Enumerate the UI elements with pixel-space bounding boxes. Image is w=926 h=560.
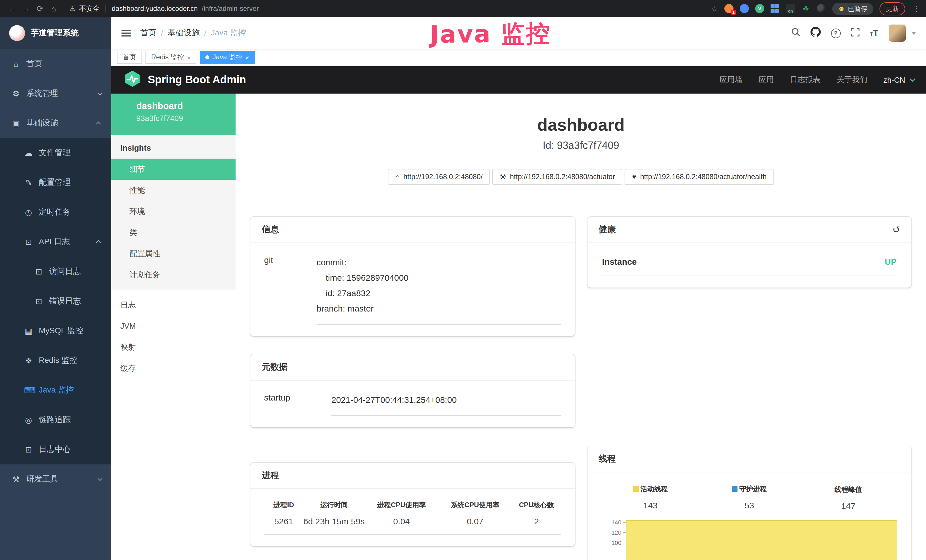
- help-icon[interactable]: ?: [831, 28, 840, 38]
- on-badge: on: [788, 9, 793, 13]
- paused-chip[interactable]: ☻已暂停: [832, 3, 873, 15]
- info-row-label: git: [264, 254, 316, 325]
- app-logo[interactable]: 芋道管理系统: [0, 17, 111, 49]
- actuator-url-button[interactable]: ⚒ http://192.168.0.2:48080/actuator: [492, 169, 622, 185]
- redis-icon: ❖: [24, 356, 33, 365]
- sidebar-item-config[interactable]: ✎ 配置管理: [0, 168, 111, 197]
- sba-item-classes[interactable]: 类: [111, 222, 236, 243]
- tab-home[interactable]: 首页: [117, 51, 142, 64]
- font-size-icon[interactable]: TT: [870, 28, 878, 38]
- tab-java-monitor[interactable]: Java 监控 ×: [200, 51, 255, 64]
- tab-redis-monitor[interactable]: Redis 监控 ×: [145, 51, 197, 64]
- back-icon[interactable]: ←: [6, 4, 20, 13]
- sidebar-item-dev-tools[interactable]: ⚒ 研发工具: [0, 465, 111, 494]
- doc-icon: ⊡: [34, 297, 43, 306]
- sba-nav-wallboard[interactable]: 应用墙: [719, 75, 742, 85]
- sba-item-jvm[interactable]: JVM: [111, 316, 236, 337]
- health-url-button[interactable]: ♥ http://192.168.0.2:48080/actuator/heal…: [625, 169, 774, 185]
- sidebar-item-error-log[interactable]: ⊡ 错误日志: [0, 286, 111, 316]
- sidebar-item-infra[interactable]: ▣ 基础设施: [0, 108, 111, 138]
- update-button[interactable]: 更新: [879, 2, 905, 15]
- fullscreen-icon[interactable]: [851, 28, 859, 38]
- sba-language-select[interactable]: zh-CN: [883, 76, 914, 84]
- extension-icon-3[interactable]: V: [755, 4, 764, 13]
- extension-icon-7[interactable]: [817, 4, 826, 13]
- history-icon[interactable]: ↺: [892, 224, 900, 235]
- sba-instance-name: dashboard: [136, 101, 236, 111]
- process-table: 进程ID 5261 运行时间 6d 23h 15m 59s 进程CPU使用率 0…: [264, 500, 561, 534]
- user-avatar[interactable]: [889, 24, 906, 42]
- sba-nav-journal[interactable]: 日志报表: [790, 75, 820, 85]
- app-title: 芋道管理系统: [31, 28, 79, 38]
- extension-icon-4[interactable]: [770, 4, 780, 13]
- paused-label: 已暂停: [848, 4, 867, 13]
- sidebar-item-label: API 日志: [39, 237, 70, 247]
- extension-badge: 1: [731, 10, 736, 15]
- sidebar-item-label: 错误日志: [49, 296, 81, 306]
- legend-daemon-threads: 守护进程 53: [700, 484, 799, 511]
- extension-icon-5[interactable]: on: [786, 4, 795, 13]
- sidebar-item-mysql[interactable]: ▦ MySQL 监控: [0, 316, 111, 346]
- close-icon[interactable]: ×: [245, 54, 249, 61]
- sidebar-item-system[interactable]: ⚙ 系统管理: [0, 79, 111, 108]
- breadcrumb-home[interactable]: 首页: [140, 28, 156, 38]
- sidebar-item-log-center[interactable]: ⊡ 日志中心: [0, 435, 111, 465]
- java-monitor-icon: ⌨: [24, 386, 33, 395]
- sidebar-item-access-log[interactable]: ⊡ 访问日志: [0, 257, 111, 286]
- sba-nav-applications[interactable]: 应用: [758, 75, 774, 85]
- sba-item-details[interactable]: 细节: [111, 159, 236, 180]
- metadata-card-title: 元数据: [262, 362, 287, 372]
- sba-language-label: zh-CN: [883, 76, 905, 84]
- forward-icon[interactable]: →: [20, 4, 33, 13]
- sba-sidebar: dashboard 93a3fc7f7409 Insights 细节 性能 环境…: [111, 94, 236, 560]
- legend-peak-threads: 线程峰值 147: [799, 484, 898, 511]
- trace-icon: ◎: [24, 415, 33, 424]
- sidebar-item-jobs[interactable]: ◷ 定时任务: [0, 197, 111, 227]
- chevron-down-icon[interactable]: [911, 32, 916, 35]
- sba-item-performance[interactable]: 性能: [111, 180, 236, 201]
- home-icon[interactable]: ⌂: [47, 4, 61, 13]
- security-label: 不安全: [79, 4, 100, 14]
- hamburger-icon[interactable]: [121, 30, 131, 36]
- info-card: 信息 git commit: time: 1596289704000 id: 2…: [250, 217, 575, 336]
- address-bar[interactable]: ⚠ 不安全 dashboard.yudao.iocoder.cn/infra/a…: [70, 4, 259, 14]
- sba-item-logs[interactable]: 日志: [111, 294, 236, 316]
- sidebar-item-label: 研发工具: [26, 474, 58, 484]
- extension-icon-1[interactable]: 1: [724, 4, 734, 13]
- sba-item-config-props[interactable]: 配置属性: [111, 243, 236, 264]
- process-col-system-cpu: 系统CPU使用率 0.07: [438, 500, 512, 526]
- sidebar-item-label: 文件管理: [39, 148, 71, 158]
- sba-instance-header[interactable]: dashboard 93a3fc7f7409: [111, 94, 236, 135]
- sidebar-item-tracing[interactable]: ◎ 链路追踪: [0, 405, 111, 435]
- sidebar-item-files[interactable]: ☁ 文件管理: [0, 138, 111, 168]
- reload-icon[interactable]: ⟳: [33, 4, 47, 13]
- bookmark-star-icon[interactable]: ☆: [711, 4, 718, 13]
- health-url-label: http://192.168.0.2:48080/actuator/health: [640, 173, 767, 181]
- wrench-icon: ⚒: [500, 173, 506, 181]
- app-logo-avatar: [9, 25, 25, 41]
- breadcrumb-infra[interactable]: 基础设施: [168, 28, 200, 38]
- search-icon[interactable]: [791, 27, 800, 39]
- sba-item-environment[interactable]: 环境: [111, 201, 236, 222]
- extension-icon-2[interactable]: [740, 4, 749, 13]
- browser-menu-icon[interactable]: ⋮: [912, 4, 921, 13]
- sidebar-item-java-monitor[interactable]: ⌨ Java 监控: [0, 375, 111, 405]
- github-icon[interactable]: [810, 27, 820, 39]
- sba-item-mappings[interactable]: 映射: [111, 337, 236, 358]
- process-card: 进程 进程ID 5261 运行时间 6d 23h 15m 59s: [250, 463, 575, 546]
- base-url-button[interactable]: ⌂ http://192.168.0.2:48080/: [388, 169, 490, 185]
- sidebar-item-api-log[interactable]: ⊡ API 日志: [0, 227, 111, 257]
- tab-label: 首页: [123, 53, 136, 62]
- sba-item-caches[interactable]: 缓存: [111, 358, 236, 379]
- breadcrumb-current: Java 监控: [211, 28, 246, 38]
- sidebar-item-redis[interactable]: ❖ Redis 监控: [0, 346, 111, 375]
- sba-nav-about[interactable]: 关于我们: [837, 75, 867, 85]
- extension-icon-6[interactable]: ☘: [801, 4, 811, 13]
- health-card-title: 健康: [599, 224, 616, 235]
- clock-icon: ◷: [24, 208, 33, 217]
- close-icon[interactable]: ×: [187, 54, 191, 61]
- sidebar-item-label: 链路追踪: [39, 415, 71, 425]
- sidebar-item-home[interactable]: ⌂ 首页: [0, 49, 111, 79]
- sba-item-scheduled-tasks[interactable]: 计划任务: [111, 264, 236, 285]
- health-card: 健康 ↺ Instance UP: [587, 217, 911, 288]
